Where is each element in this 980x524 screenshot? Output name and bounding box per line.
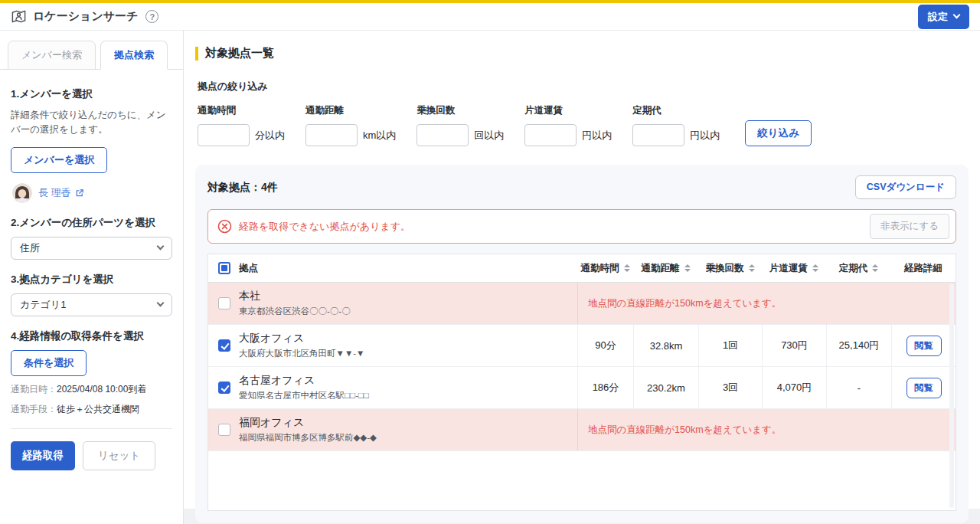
row-error-message: 地点間の直線距離が150kmを超えています。 xyxy=(577,409,956,450)
tab-member-search[interactable]: メンバー検索 xyxy=(8,41,96,70)
filter-input-1[interactable] xyxy=(305,124,358,146)
select-all-checkbox[interactable] xyxy=(218,262,230,274)
table-body: 本社東京都渋谷区渋谷〇〇-〇-〇地点間の直線距離が150kmを超えています。大阪… xyxy=(208,283,956,451)
selected-member: 長 理香 xyxy=(12,183,171,203)
filter-field-4: 定期代円以内 xyxy=(632,104,720,146)
filter-input-0[interactable] xyxy=(198,124,250,146)
avatar xyxy=(12,183,32,203)
column-label: 通勤時間 xyxy=(581,262,619,275)
site-checkbox[interactable] xyxy=(218,382,230,394)
site-name: 本社 xyxy=(239,290,351,303)
value-cell: - xyxy=(826,367,891,408)
column-label: 定期代 xyxy=(839,262,868,275)
sort-arrows-icon[interactable] xyxy=(872,264,878,272)
sort-arrows-icon[interactable] xyxy=(624,264,630,272)
site-cell: 本社東京都渋谷区渋谷〇〇-〇-〇 xyxy=(208,283,577,324)
csv-download-button[interactable]: CSVダウンロード xyxy=(855,175,956,199)
site-checkbox[interactable] xyxy=(218,424,230,436)
hide-banner-button[interactable]: 非表示にする xyxy=(870,214,949,239)
filter-field-suffix: km以内 xyxy=(363,129,396,142)
filter-field-label: 通勤距離 xyxy=(305,104,396,117)
filter-apply-button[interactable]: 絞り込み xyxy=(745,120,812,146)
value-cell: 90分 xyxy=(577,325,633,366)
site-name: 大阪オフィス xyxy=(239,332,364,345)
error-banner: 経路を取得できない拠点があります。 非表示にする xyxy=(207,209,956,244)
site-info: 大阪オフィス大阪府大阪市北区角田町▼▼-▼ xyxy=(239,332,364,359)
site-info: 福岡オフィス福岡県福岡市博多区博多駅前◆◆-◆ xyxy=(239,416,377,444)
column-label: 経路詳細 xyxy=(904,262,942,275)
table-header-cell: 定期代 xyxy=(826,254,891,282)
filter-field-label: 乗換回数 xyxy=(416,104,504,117)
help-icon[interactable]: ? xyxy=(145,10,158,23)
get-route-button[interactable]: 経路取得 xyxy=(11,441,75,470)
filter-field-0: 通勤時間分以内 xyxy=(198,104,285,146)
app-header: ロケーションサーチ ? 設定 xyxy=(0,3,980,31)
site-cell: 大阪オフィス大阪府大阪市北区角田町▼▼-▼ xyxy=(208,325,577,366)
sidebar-divider xyxy=(11,428,172,429)
sort-arrows-icon[interactable] xyxy=(749,264,755,272)
table-header-cell: 通勤距離 xyxy=(633,254,698,282)
error-circle-x-icon xyxy=(217,219,232,234)
site-info: 名古屋オフィス愛知県名古屋市中村区名駅□□-□□ xyxy=(239,374,369,401)
step4-heading: 4.経路情報の取得条件を選択 xyxy=(11,329,172,343)
value-cell: 730円 xyxy=(762,325,826,366)
sidebar: メンバー検索拠点検索 1.メンバーを選択 詳細条件で絞り込んだのちに、メンバーの… xyxy=(0,31,184,524)
page-title: 対象拠点一覧 xyxy=(205,46,274,61)
select-member-button[interactable]: メンバーを選択 xyxy=(11,147,107,173)
value-cell: 1回 xyxy=(698,325,762,366)
sort-arrows-icon[interactable] xyxy=(684,264,691,272)
chevron-down-icon xyxy=(157,300,165,307)
member-name-link[interactable]: 長 理香 xyxy=(38,186,84,200)
column-label: 拠点 xyxy=(239,262,258,275)
table-header-site: 拠点 xyxy=(208,254,577,282)
site-address: 福岡県福岡市博多区博多駅前◆◆-◆ xyxy=(239,432,377,444)
filter-field-2: 乗換回数回以内 xyxy=(416,104,504,146)
route-detail-cell: 閲覧 xyxy=(891,325,956,366)
filter-heading: 拠点の絞り込み xyxy=(198,80,969,93)
site-address: 東京都渋谷区渋谷〇〇-〇-〇 xyxy=(239,306,351,317)
table-row: 名古屋オフィス愛知県名古屋市中村区名駅□□-□□186分230.2km3回4,0… xyxy=(208,367,956,409)
filter-field-suffix: 円以内 xyxy=(582,129,612,142)
site-category-select[interactable]: カテゴリ1 xyxy=(11,293,172,316)
site-cell: 名古屋オフィス愛知県名古屋市中村区名駅□□-□□ xyxy=(208,367,577,408)
filter-input-4[interactable] xyxy=(632,124,684,146)
error-banner-message: 経路を取得できない拠点があります。 xyxy=(239,220,863,234)
results-card: 対象拠点：4件 CSVダウンロード 経路を取得できない拠点があります。 非表示に… xyxy=(195,165,969,523)
site-checkbox[interactable] xyxy=(218,339,230,352)
filter-field-label: 定期代 xyxy=(632,104,720,117)
filter-row: 通勤時間分以内通勤距離km以内乗換回数回以内片道運賃円以内定期代円以内 絞り込み xyxy=(198,104,969,146)
sites-table: 拠点通勤時間通勤距離乗換回数片道運賃定期代経路詳細 本社東京都渋谷区渋谷〇〇-〇… xyxy=(207,254,956,511)
site-checkbox[interactable] xyxy=(218,297,230,309)
select-conditions-button[interactable]: 条件を選択 xyxy=(11,350,87,376)
app-title: ロケーションサーチ xyxy=(33,9,138,24)
map-person-icon xyxy=(11,8,27,25)
value-cell: 186分 xyxy=(577,367,633,408)
sort-arrows-icon[interactable] xyxy=(812,264,818,272)
row-error-message: 地点間の直線距離が150kmを超えています。 xyxy=(577,283,956,324)
settings-button[interactable]: 設定 xyxy=(918,5,969,29)
reset-button[interactable]: リセット xyxy=(83,441,155,470)
value-cell: 230.2km xyxy=(633,367,698,408)
section-title: 対象拠点一覧 xyxy=(195,46,969,61)
table-row: 福岡オフィス福岡県福岡市博多区博多駅前◆◆-◆地点間の直線距離が150kmを超え… xyxy=(208,409,956,451)
view-button[interactable]: 閲覧 xyxy=(906,378,942,398)
tab-site-search[interactable]: 拠点検索 xyxy=(100,41,168,70)
value-cell: 4,070円 xyxy=(762,367,826,408)
results-count: 対象拠点：4件 xyxy=(207,181,278,195)
address-parts-select[interactable]: 住所 xyxy=(11,237,172,260)
site-name: 名古屋オフィス xyxy=(239,374,369,387)
chevron-down-icon xyxy=(953,11,961,19)
filter-field-suffix: 円以内 xyxy=(690,129,720,142)
table-row: 本社東京都渋谷区渋谷〇〇-〇-〇地点間の直線距離が150kmを超えています。 xyxy=(208,283,956,325)
column-label: 通勤距離 xyxy=(642,262,680,275)
table-header-cell: 経路詳細 xyxy=(891,254,956,282)
table-header-cell: 通勤時間 xyxy=(577,254,633,282)
filter-input-2[interactable] xyxy=(416,124,469,146)
column-label: 乗換回数 xyxy=(706,262,744,275)
filter-input-3[interactable] xyxy=(524,124,577,146)
view-button[interactable]: 閲覧 xyxy=(906,336,942,356)
chevron-down-icon xyxy=(157,243,165,251)
site-name: 福岡オフィス xyxy=(239,416,377,429)
filter-fields: 通勤時間分以内通勤距離km以内乗換回数回以内片道運賃円以内定期代円以内 xyxy=(198,104,740,146)
filter-field-label: 片道運賃 xyxy=(524,104,612,117)
